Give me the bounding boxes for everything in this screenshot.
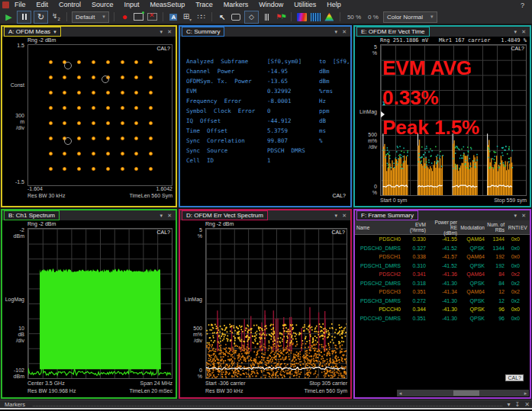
menu-item-file[interactable]: File	[9, 0, 31, 10]
menu-item-input[interactable]: Input	[119, 0, 145, 10]
constellation-point	[92, 60, 95, 64]
close-icon[interactable]: ✕	[167, 213, 172, 219]
single-sweep-icon[interactable]: ↯2	[50, 11, 62, 23]
panel-d-tab[interactable]: D: OFDM Err Vect Spectrum	[182, 210, 268, 220]
close-icon[interactable]: ✕	[342, 29, 347, 35]
zoom-rect-icon[interactable]	[231, 11, 242, 23]
column-header[interactable]: Name	[355, 225, 402, 230]
panel-menu-icon[interactable]: ▾	[335, 213, 338, 219]
cal-status: CAL?	[511, 46, 524, 51]
constellation-plot[interactable]: CAL?	[27, 44, 172, 186]
panel-f-tab[interactable]: F: Frame Summary	[356, 210, 418, 220]
table-row[interactable]: PDSCH3_DMRS0.272-41.30QPSK120x2	[355, 297, 530, 306]
table-row[interactable]: PDCCH0_DMRS0.351-41.30QPSK960x0	[355, 314, 530, 323]
table-row[interactable]: PDSCH10.338-41.57QAM641920x0	[355, 252, 530, 262]
spectrogram-icon[interactable]	[310, 11, 321, 23]
constellation-point	[49, 75, 53, 79]
close-icon[interactable]: ✕	[167, 29, 172, 35]
column-header[interactable]: EV	[521, 225, 528, 230]
layout-grid-icon[interactable]: ⊞▾	[182, 11, 193, 23]
range-label: Rng -2 dBm	[205, 221, 234, 226]
menu-item-window[interactable]: Window	[253, 0, 289, 10]
scroll-left-icon[interactable]: ◂	[397, 390, 404, 397]
menu-item-utilities[interactable]: Utilities	[289, 0, 321, 10]
color-triangle-icon[interactable]	[324, 11, 335, 23]
summary-table: Analyzed Subframe[Sf0,sym0]to [Sf9,sym27…	[180, 56, 350, 165]
close-icon[interactable]: ✕	[342, 213, 347, 219]
menu-item-markers[interactable]: Markers	[218, 0, 254, 10]
discard-recording-icon[interactable]: ✕	[147, 11, 158, 23]
menu-item-edit[interactable]: Edit	[31, 0, 54, 10]
spectrum-plot[interactable]: CAL?	[27, 228, 172, 379]
constellation-points-icon[interactable]: ∷∷	[195, 11, 207, 23]
menu-item-meassetup[interactable]: MeasSetup	[145, 0, 191, 10]
scale-div-label: /div	[2, 338, 24, 344]
err-vect-spectrum-plot[interactable]: CAL?	[205, 228, 347, 379]
record-icon[interactable]: ●	[119, 11, 131, 23]
range-label: Rng -2 dBm	[27, 221, 56, 226]
scroll-thumb[interactable]	[453, 390, 479, 396]
table-row[interactable]: PDSCH20.341-41.36QAM64840x2	[355, 270, 530, 279]
column-header[interactable]: RNTI	[507, 225, 521, 230]
color-mode-dropdown[interactable]: Color Normal▾	[383, 11, 437, 23]
table-row[interactable]: PDCCH00.344-41.30QPSK960x0	[355, 305, 530, 314]
summary-row: Channel Power-14.95dBm	[180, 66, 350, 76]
menu-item-help[interactable]: Help	[321, 0, 347, 10]
colormap-wave-icon[interactable]	[296, 11, 308, 23]
preset-dropdown[interactable]: Default▾	[72, 11, 109, 23]
y-max-label: -2	[2, 227, 24, 233]
pin-icon[interactable]: ↧	[513, 401, 523, 408]
panel-e-tab[interactable]: E: OFDM Err Vect Time	[356, 27, 430, 37]
panel-menu-icon[interactable]: ▾	[335, 29, 338, 35]
plot-footer-2: Res BW 30 kHzTimeLen 560 Sym	[205, 388, 347, 393]
column-header[interactable]: Num. ofRBs	[487, 222, 507, 233]
panel-menu-icon[interactable]: ▾	[160, 213, 163, 219]
y-min-label: -102	[2, 368, 24, 374]
table-row[interactable]: PDSCH30.351-41.34QAM64120x2	[355, 287, 530, 297]
app-icon[interactable]	[2, 2, 9, 8]
horizontal-scrollbar[interactable]: ◂ ▸	[397, 390, 529, 397]
marker-diamond-icon[interactable]: ◇	[244, 11, 259, 24]
chevron-down-icon[interactable]: ▾	[505, 401, 513, 408]
marker-circle	[64, 62, 72, 69]
close-icon[interactable]: ✕	[521, 29, 526, 35]
panel-c-tab[interactable]: C: Summary	[182, 27, 224, 37]
trace-format-label: LogMag	[2, 297, 24, 303]
panel-menu-icon[interactable]: ▾	[160, 29, 163, 35]
close-icon[interactable]: ✕	[521, 213, 526, 219]
flag-markers-icon[interactable]: ⚑⚑	[275, 11, 286, 23]
text-annotation-icon[interactable]: A	[168, 11, 179, 23]
chevron-down-icon[interactable]: ▾	[53, 28, 56, 35]
help-question-icon[interactable]: ?	[521, 2, 532, 9]
close-icon[interactable]: ✕	[522, 401, 532, 408]
capture-display-icon[interactable]	[133, 11, 144, 23]
vertical-lines-icon[interactable]	[261, 11, 272, 23]
y-min-unit: %	[355, 190, 377, 196]
column-header[interactable]: EVM(%rms)	[402, 222, 427, 233]
scale-percent-label[interactable]: 50 %	[345, 14, 363, 21]
offset-percent-label[interactable]: 0 %	[366, 14, 381, 21]
table-row[interactable]: PDSCH00.330-41.55QAM6413440x0	[355, 235, 530, 244]
play-icon[interactable]: ▶	[3, 11, 15, 23]
constellation-point	[63, 152, 66, 156]
menu-item-trace[interactable]: Trace	[190, 0, 218, 10]
table-row[interactable]: PDSCH0_DMRS0.327-41.52QPSK13440x0	[355, 244, 530, 253]
restart-icon[interactable]: ↻	[34, 11, 48, 24]
menu-item-control[interactable]: Control	[53, 0, 86, 10]
panel-a-tab[interactable]: A: OFDM Meas▾	[4, 27, 61, 37]
scroll-right-icon[interactable]: ▸	[522, 390, 529, 397]
table-row[interactable]: PDSCH1_DMRS0.310-41.52QPSK1920x0	[355, 262, 530, 271]
pointer-icon[interactable]: ↖	[217, 11, 228, 23]
pause-icon[interactable]	[17, 11, 31, 24]
panel-menu-icon[interactable]: ▾	[514, 29, 517, 35]
trace-format-label: Const	[2, 82, 24, 88]
panel-menu-icon[interactable]: ▾	[514, 213, 517, 219]
column-header[interactable]: Modulation	[459, 225, 487, 230]
scroll-track[interactable]	[404, 390, 522, 397]
panel-b-tab[interactable]: B: Ch1 Spectrum	[4, 210, 60, 220]
constellation-point	[134, 167, 138, 171]
table-row[interactable]: PDSCH2_DMRS0.318-41.30QPSK840x2	[355, 279, 530, 288]
column-header[interactable]: Power per RE(dBm)	[427, 220, 459, 236]
y-min-label: 0	[355, 184, 377, 190]
menu-item-source[interactable]: Source	[86, 0, 119, 10]
